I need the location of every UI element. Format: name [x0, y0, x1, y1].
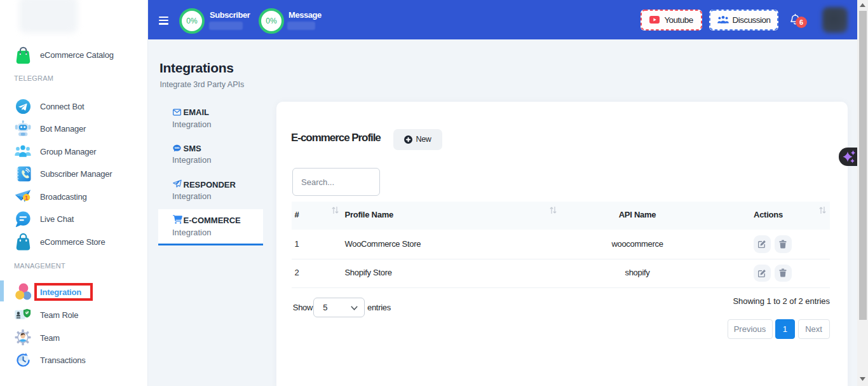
- svg-text:1: 1: [25, 195, 28, 201]
- svg-text:SMS: SMS: [174, 147, 179, 149]
